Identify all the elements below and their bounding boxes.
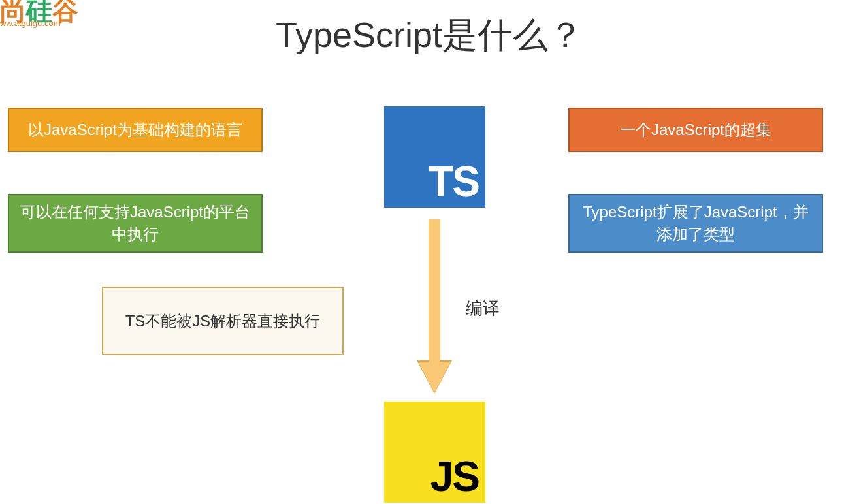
feature-text: TypeScript扩展了JavaScript，并添加了类型 <box>580 201 811 245</box>
feature-box-platform: 可以在任何支持JavaScript的平台中执行 <box>8 194 263 253</box>
feature-text: 以JavaScript为基础构建的语言 <box>28 119 242 141</box>
feature-box-parser: TS不能被JS解析器直接执行 <box>102 287 344 355</box>
feature-box-superset: 一个JavaScript的超集 <box>568 108 823 152</box>
feature-text: TS不能被JS解析器直接执行 <box>125 310 321 332</box>
compile-arrow-icon <box>421 219 447 396</box>
page-title: TypeScript是什么？ <box>276 12 583 59</box>
arrow-label: 编译 <box>466 297 500 320</box>
js-logo-text: JS <box>430 456 479 497</box>
ts-logo-text: TS <box>428 161 479 202</box>
feature-box-types: TypeScript扩展了JavaScript，并添加了类型 <box>568 194 823 253</box>
typescript-logo-icon: TS <box>384 106 485 208</box>
feature-text: 可以在任何支持JavaScript的平台中执行 <box>20 201 251 245</box>
brand-logo: 尚硅谷 ww.atguigu.com <box>0 0 78 28</box>
feature-box-foundation: 以JavaScript为基础构建的语言 <box>8 108 263 152</box>
javascript-logo-icon: JS <box>384 402 485 503</box>
feature-text: 一个JavaScript的超集 <box>620 119 771 141</box>
